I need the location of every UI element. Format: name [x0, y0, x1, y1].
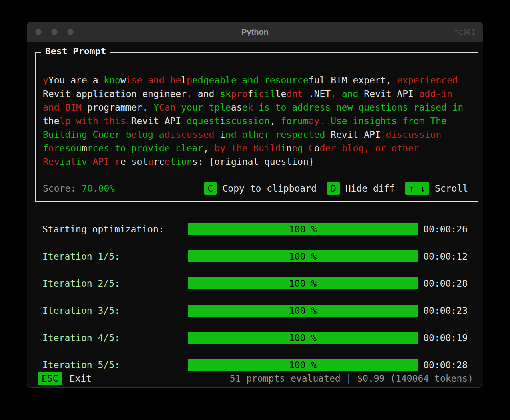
exit-hotkey[interactable]: ESC Exit: [38, 372, 92, 385]
diff-segment: e: [165, 157, 170, 167]
diff-segment: n: [286, 143, 292, 153]
diff-segment: ,: [187, 89, 192, 99]
progress-label: Iteration 4/5:: [42, 333, 188, 343]
diff-segment: C: [303, 143, 314, 153]
diff-segment: y: [43, 75, 48, 85]
diff-segment: il: [264, 89, 275, 99]
diff-segment: Revit application engineer: [43, 89, 187, 99]
progress-elapsed-time: 00:00:28: [418, 360, 468, 370]
diff-segment: dnt: [286, 89, 303, 99]
diff-segment: e: [242, 102, 248, 113]
diff-segment: ful BIM expert,: [309, 75, 397, 85]
progress-percent: 100 %: [188, 332, 418, 344]
progress-elapsed-time: 00:00:26: [418, 224, 468, 234]
diff-segment: k: [247, 102, 253, 113]
progress-percent: 100 %: [188, 250, 418, 262]
hotkey-[interactable]: ↑ ↓Scroll: [405, 182, 468, 195]
diff-segment: g: [297, 143, 303, 153]
diff-segment: Revit API: [325, 129, 386, 140]
progress-bar: 100 %: [188, 332, 418, 344]
footer-status: 51 prompts evaluated | $0.99 (140064 tok…: [230, 373, 473, 384]
diff-segment: e: [131, 129, 137, 140]
diff-segment: i: [220, 116, 225, 126]
diff-segment: kno: [104, 75, 120, 85]
diff-segment: s: {original question}: [192, 157, 314, 167]
score: Score: 70.00%: [43, 183, 115, 194]
progress-label: Iteration 2/5:: [42, 278, 188, 289]
diff-segment: Revit API: [364, 89, 419, 99]
progress-percent: 100 %: [188, 305, 418, 317]
diff-segment: r: [115, 157, 120, 167]
diff-segment: Use insights from The: [325, 116, 447, 126]
hotkey-c[interactable]: CCopy to clipboard: [204, 182, 317, 195]
progress-label: Starting optimization:: [42, 224, 188, 234]
diff-segment: i: [220, 129, 225, 140]
diff-segment: sol: [126, 157, 148, 167]
diff-segment: is to address new questions raised in: [253, 102, 463, 113]
key-badge[interactable]: D: [327, 182, 340, 195]
diff-segment: e: [120, 157, 126, 167]
diff-segment: ay.: [309, 116, 325, 126]
diff-segment: nd other respected: [225, 129, 325, 140]
diff-line: Reviativ API re solurcetions: {original …: [43, 155, 463, 168]
diff-segment: t: [70, 157, 76, 167]
footer-bar: ESC Exit 51 prompts evaluated | $0.99 (1…: [38, 371, 473, 386]
diff-segment: the: [43, 116, 60, 126]
diff-segment: scussion: [225, 116, 270, 126]
diff-segment: f: [43, 143, 48, 153]
diff-line: yYou are a knowise and helpedgeable and …: [43, 73, 463, 87]
hotkey-hints: CCopy to clipboardDHide diff↑ ↓Scroll: [204, 182, 468, 195]
progress-bar: 100 %: [188, 250, 418, 262]
key-badge[interactable]: C: [204, 182, 217, 195]
progress-row: Iteration 3/5:100 %00:00:23: [42, 297, 468, 324]
diff-segment: Y: [153, 102, 159, 113]
progress-bar: 100 %: [188, 359, 418, 371]
diff-segment: your: [175, 102, 209, 113]
progress-elapsed-time: 00:00:19: [418, 333, 468, 343]
diff-segment: Rev: [43, 157, 60, 167]
diff-segment: ,: [203, 143, 209, 153]
progress-bar: 100 %: [188, 223, 418, 235]
diff-segment: m: [82, 143, 87, 153]
diff-segment: and: [336, 89, 364, 99]
diff-segment: lp with this: [60, 116, 126, 126]
progress-list: Starting optimization:100 %00:00:26Itera…: [42, 216, 468, 378]
diff-line: and BIM programmer. YCan your tpleasek i…: [43, 101, 463, 114]
terminal-window: Python ⌥⌘1 Best Prompt yYou are a knowis…: [27, 22, 483, 387]
diff-segment: tple: [209, 102, 231, 113]
diff-segment: rc: [153, 157, 165, 167]
exit-label: Exit: [70, 373, 92, 384]
progress-row: Starting optimization:100 %00:00:26: [42, 216, 468, 243]
progress-elapsed-time: 00:00:28: [418, 278, 468, 289]
key-badge[interactable]: ↑ ↓: [405, 182, 429, 195]
diff-segment: o: [314, 143, 320, 153]
diff-line: foresoumrces to provide clear, by The Bu…: [43, 141, 463, 155]
diff-segment: edgeable and resource: [192, 75, 309, 85]
diff-segment: ise and: [126, 75, 170, 85]
progress-row: Iteration 2/5:100 %00:00:28: [42, 270, 468, 297]
diff-segment: API: [87, 157, 115, 167]
titlebar: Python ⌥⌘1: [27, 22, 483, 42]
diff-segment: ia: [60, 157, 71, 167]
diff-segment: i: [253, 89, 259, 99]
diff-segment: rces to provide clear: [87, 143, 203, 153]
diff-segment: by The Build: [209, 143, 281, 153]
progress-label: Iteration 5/5:: [42, 360, 188, 370]
diff-segment: o: [48, 143, 54, 153]
esc-key-badge[interactable]: ESC: [38, 372, 62, 385]
diff-segment: discussed: [165, 129, 220, 140]
diff-segment: u: [148, 157, 153, 167]
diff-segment: and BIM: [43, 102, 87, 113]
diff-segment: .NET: [303, 89, 331, 99]
hotkey-d[interactable]: DHide diff: [327, 182, 395, 195]
diff-line: Building Coder belog adiscussed ind othe…: [43, 128, 463, 141]
hotkey-label: Copy to clipboard: [222, 183, 316, 194]
panel-title: Best Prompt: [41, 46, 110, 56]
progress-percent: 100 %: [188, 223, 418, 235]
diff-segment: Building Coder b: [43, 129, 131, 140]
best-prompt-panel: Best Prompt yYou are a knowise and helpe…: [35, 52, 478, 202]
diff-segment: sk: [220, 89, 231, 99]
diff-segment: You are a: [48, 75, 104, 85]
diff-segment: ,: [270, 116, 275, 126]
diff-segment: Revit API: [126, 116, 187, 126]
